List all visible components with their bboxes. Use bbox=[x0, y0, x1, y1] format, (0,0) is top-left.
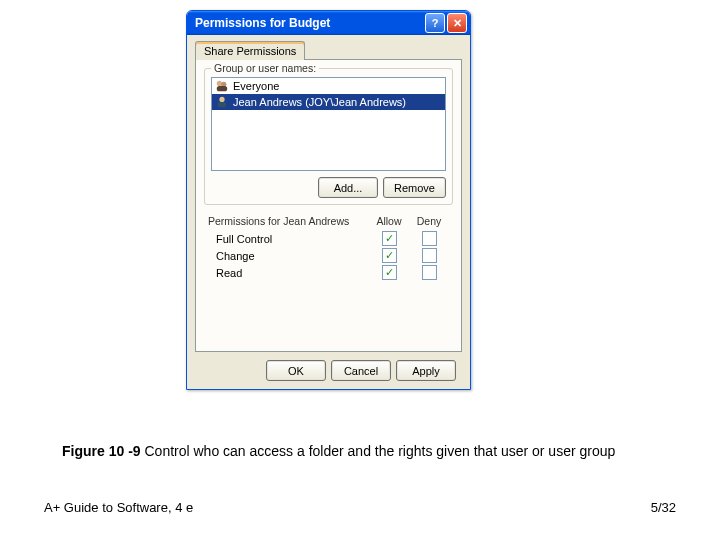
add-button[interactable]: Add... bbox=[318, 177, 378, 198]
permission-name: Read bbox=[208, 267, 369, 279]
permissions-header: Permissions for Jean Andrews Allow Deny bbox=[204, 213, 453, 230]
permission-name: Change bbox=[208, 250, 369, 262]
cancel-button[interactable]: Cancel bbox=[331, 360, 391, 381]
deny-checkbox[interactable] bbox=[422, 265, 437, 280]
list-item-label: Jean Andrews (JOY\Jean Andrews) bbox=[233, 96, 406, 108]
ok-button[interactable]: OK bbox=[266, 360, 326, 381]
apply-button[interactable]: Apply bbox=[396, 360, 456, 381]
figure-number: Figure 10 -9 bbox=[62, 443, 141, 459]
user-icon bbox=[215, 95, 229, 109]
group-icon bbox=[215, 79, 229, 93]
list-item[interactable]: Everyone bbox=[212, 78, 445, 94]
permission-row: Full Control ✓ bbox=[204, 230, 453, 247]
close-button[interactable]: ✕ bbox=[447, 13, 467, 33]
user-listbox[interactable]: Everyone Jean Andrews (JOY\Jean Andrews) bbox=[211, 77, 446, 171]
figure-caption: Figure 10 -9 Control who can access a fo… bbox=[62, 442, 644, 460]
col-deny-label: Deny bbox=[409, 215, 449, 227]
permissions-dialog: Permissions for Budget ? ✕ Share Permiss… bbox=[186, 10, 471, 390]
footer-page-number: 5/32 bbox=[651, 500, 676, 515]
tab-panel: Group or user names: Everyone Jean Andre… bbox=[195, 59, 462, 352]
allow-checkbox[interactable]: ✓ bbox=[382, 265, 397, 280]
group-user-names-label: Group or user names: bbox=[211, 62, 319, 74]
group-user-names-box: Group or user names: Everyone Jean Andre… bbox=[204, 68, 453, 205]
titlebar[interactable]: Permissions for Budget ? ✕ bbox=[187, 11, 470, 35]
list-item-label: Everyone bbox=[233, 80, 279, 92]
svg-rect-2 bbox=[217, 86, 228, 91]
col-allow-label: Allow bbox=[369, 215, 409, 227]
tab-share-permissions[interactable]: Share Permissions bbox=[195, 41, 305, 60]
footer-book-title: A+ Guide to Software, 4 e bbox=[44, 500, 193, 515]
permission-row: Read ✓ bbox=[204, 264, 453, 281]
svg-point-3 bbox=[219, 97, 224, 102]
allow-checkbox[interactable]: ✓ bbox=[382, 231, 397, 246]
permission-row: Change ✓ bbox=[204, 247, 453, 264]
svg-point-0 bbox=[217, 81, 222, 86]
window-title: Permissions for Budget bbox=[195, 16, 423, 30]
list-item[interactable]: Jean Andrews (JOY\Jean Andrews) bbox=[212, 94, 445, 110]
svg-rect-4 bbox=[218, 102, 227, 107]
permissions-for-label: Permissions for Jean Andrews bbox=[208, 215, 369, 227]
allow-checkbox[interactable]: ✓ bbox=[382, 248, 397, 263]
deny-checkbox[interactable] bbox=[422, 248, 437, 263]
figure-text: Control who can access a folder and the … bbox=[141, 443, 616, 459]
deny-checkbox[interactable] bbox=[422, 231, 437, 246]
permission-name: Full Control bbox=[208, 233, 369, 245]
help-button[interactable]: ? bbox=[425, 13, 445, 33]
remove-button[interactable]: Remove bbox=[383, 177, 446, 198]
